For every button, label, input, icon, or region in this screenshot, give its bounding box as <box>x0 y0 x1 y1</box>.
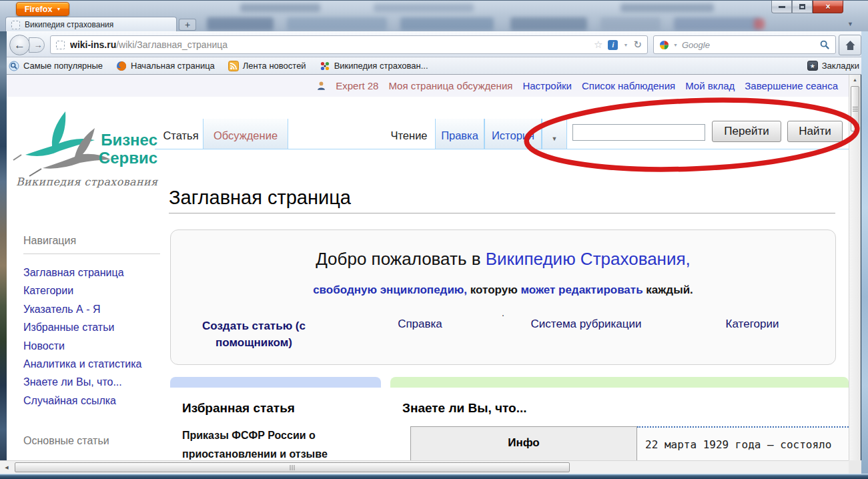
forward-button[interactable]: → <box>29 37 45 53</box>
close-button[interactable]: × <box>813 1 843 13</box>
welcome-prefix: Добро пожаловать в <box>316 249 486 269</box>
contributions-link[interactable]: Мой вклад <box>685 80 735 91</box>
sidebar-item-featured[interactable]: Избранные статьи <box>23 318 160 336</box>
home-button[interactable] <box>839 35 861 55</box>
url-text: wiki-ins.ru/wiki/Заглавная_страница <box>70 39 588 50</box>
url-path: /wiki/Заглавная_страница <box>116 39 228 50</box>
search-engine-dropdown-icon[interactable]: ▼ <box>673 43 678 47</box>
scrollbar-corner <box>849 460 861 474</box>
firefox-menu-button[interactable]: Firefox ▼ <box>16 2 69 16</box>
vertical-scrollbar-thumb[interactable] <box>851 86 859 131</box>
browser-tab[interactable]: Википедия страхования <box>5 17 177 32</box>
scrollbar-grip <box>290 465 295 470</box>
window-right-border <box>861 31 868 474</box>
maximize-button[interactable] <box>792 1 813 13</box>
popular-bookmarks-icon <box>9 61 19 71</box>
background-window-blur <box>207 17 274 31</box>
bookmark-item[interactable]: Начальная страница <box>116 61 215 71</box>
forward-icon: → <box>34 40 43 50</box>
google-logo-icon[interactable] <box>659 40 669 50</box>
reload-icon[interactable]: ↻ <box>633 39 642 51</box>
horizontal-scrollbar-thumb[interactable] <box>15 462 570 472</box>
title-underline <box>169 213 835 213</box>
scroll-left-icon[interactable]: ◀ <box>1 461 12 474</box>
welcome-wiki-link[interactable]: Википедию Страхования, <box>486 249 691 269</box>
site-logo[interactable]: Бизнес Сервис Википедия страхования <box>12 101 160 192</box>
search-find-button[interactable]: Найти <box>787 121 843 142</box>
web-search-box[interactable]: ▼ <box>653 35 836 54</box>
content-top-border <box>155 149 849 149</box>
bookmark-label: Самые популярные <box>23 61 103 71</box>
background-window-blur <box>600 17 661 31</box>
sidebar-item-dyk[interactable]: Знаете ли Вы, что... <box>23 373 160 391</box>
logo-caption: Википедия страхования <box>16 175 159 188</box>
tab-article-label: Статья <box>163 129 198 142</box>
missing-favicon-icon <box>11 21 20 29</box>
welcome-sub-link1[interactable]: свободную энциклопедию, <box>313 284 467 296</box>
back-button[interactable]: ← <box>9 35 30 55</box>
bookmarks-menu-button[interactable]: ★ Закладки <box>807 61 859 71</box>
firefox-menu-label: Firefox <box>25 5 53 14</box>
sidebar: Навигация Заглавная страница Категории У… <box>23 235 160 447</box>
bookmarks-star-icon: ★ <box>807 61 818 71</box>
bookmark-item[interactable]: Википедия страхован... <box>320 61 428 71</box>
bookmarks-menu-label: Закладки <box>822 61 859 71</box>
bookmark-label: Википедия страхован... <box>334 61 428 71</box>
horizontal-scrollbar[interactable]: ◀ ▶ <box>0 460 861 474</box>
url-bar[interactable]: wiki-ins.ru/wiki/Заглавная_страница ☆ i … <box>50 35 648 54</box>
welcome-sub-link2[interactable]: может редактировать <box>520 284 642 296</box>
background-window-blur <box>374 3 474 12</box>
logout-link[interactable]: Завершение сеанса <box>745 80 838 91</box>
sidebar-item-random[interactable]: Случайная ссылка <box>23 392 160 410</box>
wiki-search-input[interactable] <box>572 124 705 141</box>
sidebar-item-index[interactable]: Указатель А - Я <box>23 300 160 318</box>
web-search-input[interactable] <box>682 40 816 50</box>
tab-history[interactable]: История <box>484 119 542 149</box>
browser-tab-title: Википедия страхования <box>25 20 113 29</box>
minimize-button[interactable] <box>771 1 792 13</box>
home-icon <box>845 40 856 51</box>
my-talk-link[interactable]: Моя страница обсуждения <box>388 80 512 91</box>
bookmarks-toolbar: Самые популярные Начальная страница Лент… <box>1 57 867 75</box>
tab-talk[interactable]: Обсуждение <box>203 119 288 149</box>
wiki-site-icon <box>320 61 330 71</box>
background-window-blur <box>620 3 714 12</box>
tab-read-label: Чтение <box>390 129 427 142</box>
username-link[interactable]: Expert 28 <box>336 80 378 91</box>
scroll-up-icon[interactable]: ▲ <box>849 75 861 85</box>
background-window-blur <box>287 17 387 31</box>
chevron-down-icon[interactable]: ▼ <box>623 43 628 47</box>
featured-article-link[interactable]: Приказы ФСФР России о приостановлении и … <box>182 426 362 460</box>
tab-read[interactable]: Чтение <box>384 119 434 149</box>
bookmark-item[interactable]: Самые популярные <box>9 61 103 71</box>
tab-article[interactable]: Статья <box>159 119 203 149</box>
bookmark-star-icon[interactable]: ☆ <box>594 39 602 51</box>
sidebar-item-categories[interactable]: Категории <box>23 282 160 300</box>
site-info-icon[interactable]: i <box>608 40 618 50</box>
dyk-table: Инфо 22 марта 1929 года – состояло <box>410 426 849 460</box>
sidebar-item-news[interactable]: Новости <box>23 337 160 355</box>
search-go-button[interactable]: Перейти <box>712 121 781 142</box>
tab-actions-dropdown[interactable]: ▼ <box>542 119 567 149</box>
close-icon: × <box>825 2 830 11</box>
sidebar-item-analytics[interactable]: Аналитика и статистика <box>23 355 160 373</box>
vertical-scrollbar[interactable]: ▲ <box>849 75 861 460</box>
navigation-toolbar: ← → wiki-ins.ru/wiki/Заглавная_страница … <box>1 31 867 57</box>
chevron-down-icon: ▼ <box>56 7 61 11</box>
welcome-dot: . <box>171 308 835 318</box>
watchlist-link[interactable]: Список наблюдения <box>582 80 675 91</box>
welcome-box: Добро пожаловать в Википедию Страхования… <box>170 229 836 365</box>
search-magnifier-icon[interactable] <box>820 40 830 50</box>
logo-text-line1: Бизнес <box>101 131 157 149</box>
background-window-blur <box>754 19 765 29</box>
tab-edit[interactable]: Правка <box>435 119 484 149</box>
new-tab-button[interactable]: + <box>179 19 196 31</box>
welcome-heading: Добро пожаловать в Википедию Страхования… <box>171 249 835 270</box>
background-window-blur <box>400 17 494 31</box>
sidebar-item-main-page[interactable]: Заглавная страница <box>23 264 160 282</box>
background-window-blur <box>674 17 761 31</box>
bookmark-item[interactable]: Лента новостей <box>228 61 306 71</box>
preferences-link[interactable]: Настройки <box>522 80 572 91</box>
tab-history-label: История <box>492 129 534 142</box>
list-all-tabs-button[interactable]: ▼ <box>847 21 853 27</box>
